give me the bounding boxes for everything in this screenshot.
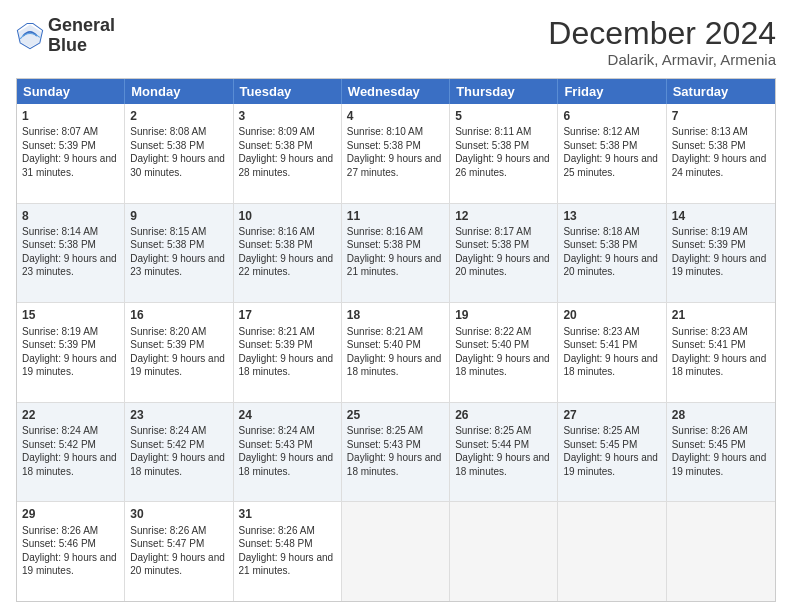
logo-icon xyxy=(16,22,44,50)
day-number: 23 xyxy=(130,407,227,423)
cal-cell: 9Sunrise: 8:15 AMSunset: 5:38 PMDaylight… xyxy=(125,204,233,303)
logo: General Blue xyxy=(16,16,115,56)
cal-cell: 6Sunrise: 8:12 AMSunset: 5:38 PMDaylight… xyxy=(558,104,666,203)
day-number: 7 xyxy=(672,108,770,124)
cal-cell: 26Sunrise: 8:25 AMSunset: 5:44 PMDayligh… xyxy=(450,403,558,502)
cal-cell: 24Sunrise: 8:24 AMSunset: 5:43 PMDayligh… xyxy=(234,403,342,502)
main-title: December 2024 xyxy=(548,16,776,51)
day-number: 15 xyxy=(22,307,119,323)
day-number: 17 xyxy=(239,307,336,323)
day-number: 27 xyxy=(563,407,660,423)
day-number: 6 xyxy=(563,108,660,124)
subtitle: Dalarik, Armavir, Armenia xyxy=(548,51,776,68)
cal-cell: 14Sunrise: 8:19 AMSunset: 5:39 PMDayligh… xyxy=(667,204,775,303)
cal-cell xyxy=(342,502,450,601)
cal-cell: 21Sunrise: 8:23 AMSunset: 5:41 PMDayligh… xyxy=(667,303,775,402)
day-number: 19 xyxy=(455,307,552,323)
cal-row-2: 8Sunrise: 8:14 AMSunset: 5:38 PMDaylight… xyxy=(17,204,775,304)
page: General Blue December 2024 Dalarik, Arma… xyxy=(0,0,792,612)
cal-cell xyxy=(558,502,666,601)
cal-cell: 16Sunrise: 8:20 AMSunset: 5:39 PMDayligh… xyxy=(125,303,233,402)
cal-header-friday: Friday xyxy=(558,79,666,104)
logo-text: General Blue xyxy=(48,16,115,56)
day-number: 9 xyxy=(130,208,227,224)
cal-cell: 18Sunrise: 8:21 AMSunset: 5:40 PMDayligh… xyxy=(342,303,450,402)
cal-cell: 11Sunrise: 8:16 AMSunset: 5:38 PMDayligh… xyxy=(342,204,450,303)
day-number: 3 xyxy=(239,108,336,124)
cal-row-4: 22Sunrise: 8:24 AMSunset: 5:42 PMDayligh… xyxy=(17,403,775,503)
cal-cell xyxy=(450,502,558,601)
cal-header-sunday: Sunday xyxy=(17,79,125,104)
cal-cell: 2Sunrise: 8:08 AMSunset: 5:38 PMDaylight… xyxy=(125,104,233,203)
cal-cell: 20Sunrise: 8:23 AMSunset: 5:41 PMDayligh… xyxy=(558,303,666,402)
day-number: 5 xyxy=(455,108,552,124)
calendar-header: SundayMondayTuesdayWednesdayThursdayFrid… xyxy=(17,79,775,104)
cal-cell: 25Sunrise: 8:25 AMSunset: 5:43 PMDayligh… xyxy=(342,403,450,502)
cal-header-thursday: Thursday xyxy=(450,79,558,104)
cal-row-5: 29Sunrise: 8:26 AMSunset: 5:46 PMDayligh… xyxy=(17,502,775,601)
day-number: 29 xyxy=(22,506,119,522)
header: General Blue December 2024 Dalarik, Arma… xyxy=(16,16,776,68)
cal-cell: 31Sunrise: 8:26 AMSunset: 5:48 PMDayligh… xyxy=(234,502,342,601)
day-number: 21 xyxy=(672,307,770,323)
day-number: 1 xyxy=(22,108,119,124)
cal-cell: 28Sunrise: 8:26 AMSunset: 5:45 PMDayligh… xyxy=(667,403,775,502)
day-number: 24 xyxy=(239,407,336,423)
day-number: 8 xyxy=(22,208,119,224)
cal-cell: 4Sunrise: 8:10 AMSunset: 5:38 PMDaylight… xyxy=(342,104,450,203)
day-number: 4 xyxy=(347,108,444,124)
day-number: 11 xyxy=(347,208,444,224)
title-block: December 2024 Dalarik, Armavir, Armenia xyxy=(548,16,776,68)
cal-header-saturday: Saturday xyxy=(667,79,775,104)
cal-header-tuesday: Tuesday xyxy=(234,79,342,104)
cal-cell: 1Sunrise: 8:07 AMSunset: 5:39 PMDaylight… xyxy=(17,104,125,203)
cal-cell: 17Sunrise: 8:21 AMSunset: 5:39 PMDayligh… xyxy=(234,303,342,402)
day-number: 20 xyxy=(563,307,660,323)
day-number: 10 xyxy=(239,208,336,224)
day-number: 13 xyxy=(563,208,660,224)
day-number: 31 xyxy=(239,506,336,522)
day-number: 26 xyxy=(455,407,552,423)
cal-cell: 10Sunrise: 8:16 AMSunset: 5:38 PMDayligh… xyxy=(234,204,342,303)
cal-cell: 29Sunrise: 8:26 AMSunset: 5:46 PMDayligh… xyxy=(17,502,125,601)
day-number: 28 xyxy=(672,407,770,423)
cal-cell xyxy=(667,502,775,601)
cal-cell: 8Sunrise: 8:14 AMSunset: 5:38 PMDaylight… xyxy=(17,204,125,303)
calendar-body: 1Sunrise: 8:07 AMSunset: 5:39 PMDaylight… xyxy=(17,104,775,601)
cal-cell: 12Sunrise: 8:17 AMSunset: 5:38 PMDayligh… xyxy=(450,204,558,303)
day-number: 25 xyxy=(347,407,444,423)
cal-header-wednesday: Wednesday xyxy=(342,79,450,104)
cal-cell: 7Sunrise: 8:13 AMSunset: 5:38 PMDaylight… xyxy=(667,104,775,203)
day-number: 18 xyxy=(347,307,444,323)
cal-cell: 3Sunrise: 8:09 AMSunset: 5:38 PMDaylight… xyxy=(234,104,342,203)
cal-cell: 15Sunrise: 8:19 AMSunset: 5:39 PMDayligh… xyxy=(17,303,125,402)
cal-cell: 23Sunrise: 8:24 AMSunset: 5:42 PMDayligh… xyxy=(125,403,233,502)
cal-cell: 13Sunrise: 8:18 AMSunset: 5:38 PMDayligh… xyxy=(558,204,666,303)
day-number: 16 xyxy=(130,307,227,323)
cal-cell: 19Sunrise: 8:22 AMSunset: 5:40 PMDayligh… xyxy=(450,303,558,402)
day-number: 22 xyxy=(22,407,119,423)
cal-cell: 22Sunrise: 8:24 AMSunset: 5:42 PMDayligh… xyxy=(17,403,125,502)
cal-cell: 5Sunrise: 8:11 AMSunset: 5:38 PMDaylight… xyxy=(450,104,558,203)
day-number: 30 xyxy=(130,506,227,522)
calendar: SundayMondayTuesdayWednesdayThursdayFrid… xyxy=(16,78,776,602)
cal-cell: 27Sunrise: 8:25 AMSunset: 5:45 PMDayligh… xyxy=(558,403,666,502)
cal-row-1: 1Sunrise: 8:07 AMSunset: 5:39 PMDaylight… xyxy=(17,104,775,204)
cal-header-monday: Monday xyxy=(125,79,233,104)
day-number: 14 xyxy=(672,208,770,224)
day-number: 2 xyxy=(130,108,227,124)
cal-row-3: 15Sunrise: 8:19 AMSunset: 5:39 PMDayligh… xyxy=(17,303,775,403)
day-number: 12 xyxy=(455,208,552,224)
cal-cell: 30Sunrise: 8:26 AMSunset: 5:47 PMDayligh… xyxy=(125,502,233,601)
